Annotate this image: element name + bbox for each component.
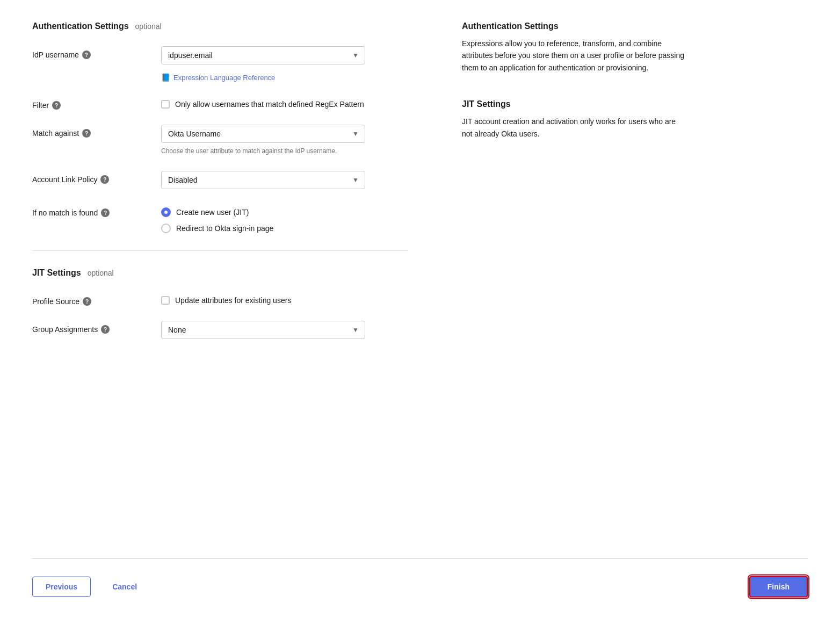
- right-panel: Authentication Settings Expressions allo…: [440, 21, 808, 537]
- profile-source-label: Profile Source ?: [32, 293, 161, 306]
- if-no-match-label: If no match is found ?: [32, 204, 161, 217]
- match-against-help-icon[interactable]: ?: [82, 129, 91, 138]
- account-link-policy-select[interactable]: DisabledAutomaticCallout: [161, 171, 365, 189]
- account-link-policy-field: DisabledAutomaticCallout ▼: [161, 171, 408, 189]
- profile-source-checkbox-label: Update attributes for existing users: [175, 296, 291, 305]
- radio-create-new-user-input[interactable]: [161, 207, 171, 217]
- radio-redirect-signin-label: Redirect to Okta sign-in page: [176, 224, 273, 233]
- group-assignments-field: NoneGroup AGroup B ▼: [161, 321, 408, 339]
- filter-row: Filter ? Only allow usernames that match…: [32, 97, 408, 110]
- filter-checkbox[interactable]: [161, 100, 170, 109]
- group-assignments-label: Group Assignments ?: [32, 321, 161, 334]
- match-against-hint: Choose the user attribute to match again…: [161, 146, 365, 156]
- profile-source-checkbox[interactable]: [161, 296, 170, 305]
- match-against-label: Match against ?: [32, 125, 161, 138]
- auth-info-text: Expressions allow you to reference, tran…: [462, 38, 687, 74]
- account-link-policy-help-icon[interactable]: ?: [100, 175, 109, 184]
- jit-section-title: JIT Settings: [32, 268, 81, 278]
- jit-info-text: JIT account creation and activation only…: [462, 116, 687, 140]
- cancel-button[interactable]: Cancel: [99, 577, 150, 597]
- idp-username-select[interactable]: idpuser.email: [161, 46, 365, 64]
- auth-settings-header: Authentication Settings optional: [32, 21, 408, 31]
- profile-source-checkbox-item[interactable]: Update attributes for existing users: [161, 293, 408, 305]
- idp-username-field: idpuser.email ▼ 📘 Expression Language Re…: [161, 46, 408, 82]
- idp-username-label: IdP username ?: [32, 46, 161, 59]
- auth-section-title: Authentication Settings: [32, 21, 129, 31]
- idp-username-help-icon[interactable]: ?: [82, 51, 91, 59]
- jit-info-section: JIT Settings JIT account creation and ac…: [462, 99, 808, 140]
- idp-username-select-wrapper: idpuser.email ▼: [161, 46, 365, 64]
- account-link-policy-label: Account Link Policy ?: [32, 171, 161, 184]
- if-no-match-radio-group: Create new user (JIT) Redirect to Okta s…: [161, 204, 408, 233]
- jit-info-title: JIT Settings: [462, 99, 808, 109]
- filter-checkbox-label: Only allow usernames that match defined …: [175, 100, 364, 109]
- section-divider: [32, 250, 408, 251]
- filter-field: Only allow usernames that match defined …: [161, 97, 408, 109]
- footer-left: Previous Cancel: [32, 577, 150, 597]
- radio-create-new-user-label: Create new user (JIT): [176, 208, 249, 217]
- group-assignments-select-wrapper: NoneGroup AGroup B ▼: [161, 321, 365, 339]
- profile-source-field: Update attributes for existing users: [161, 293, 408, 305]
- auth-section-optional: optional: [135, 22, 162, 31]
- auth-info-title: Authentication Settings: [462, 21, 808, 31]
- radio-create-new-user[interactable]: Create new user (JIT): [161, 207, 408, 217]
- match-against-select[interactable]: Okta UsernameOkta EmailCustom Attribute: [161, 125, 365, 143]
- left-panel: Authentication Settings optional IdP use…: [32, 21, 440, 537]
- group-assignments-help-icon[interactable]: ?: [101, 325, 110, 334]
- match-against-row: Match against ? Okta UsernameOkta EmailC…: [32, 125, 408, 156]
- filter-help-icon[interactable]: ?: [52, 101, 61, 110]
- profile-source-help-icon[interactable]: ?: [83, 297, 91, 306]
- profile-source-row: Profile Source ? Update attributes for e…: [32, 293, 408, 306]
- if-no-match-help-icon[interactable]: ?: [101, 208, 110, 217]
- jit-settings-header: JIT Settings optional: [32, 268, 408, 278]
- jit-section-optional: optional: [88, 269, 114, 277]
- main-content: Authentication Settings optional IdP use…: [32, 21, 808, 537]
- account-link-policy-select-wrapper: DisabledAutomaticCallout ▼: [161, 171, 365, 189]
- book-icon: 📘: [161, 73, 170, 82]
- radio-redirect-signin[interactable]: Redirect to Okta sign-in page: [161, 224, 408, 233]
- filter-checkbox-item[interactable]: Only allow usernames that match defined …: [161, 97, 408, 109]
- page-container: Authentication Settings optional IdP use…: [0, 0, 840, 619]
- match-against-field: Okta UsernameOkta EmailCustom Attribute …: [161, 125, 408, 156]
- radio-redirect-signin-input[interactable]: [161, 224, 171, 233]
- idp-username-row: IdP username ? idpuser.email ▼ 📘 Express…: [32, 46, 408, 82]
- filter-label: Filter ?: [32, 97, 161, 110]
- match-against-select-wrapper: Okta UsernameOkta EmailCustom Attribute …: [161, 125, 365, 143]
- expression-language-link[interactable]: 📘 Expression Language Reference: [161, 73, 275, 82]
- group-assignments-select[interactable]: NoneGroup AGroup B: [161, 321, 365, 339]
- account-link-policy-row: Account Link Policy ? DisabledAutomaticC…: [32, 171, 408, 189]
- finish-button[interactable]: Finish: [749, 576, 808, 598]
- previous-button[interactable]: Previous: [32, 577, 91, 597]
- auth-info-section: Authentication Settings Expressions allo…: [462, 21, 808, 74]
- if-no-match-field: Create new user (JIT) Redirect to Okta s…: [161, 204, 408, 233]
- footer: Previous Cancel Finish: [32, 558, 808, 598]
- group-assignments-row: Group Assignments ? NoneGroup AGroup B ▼: [32, 321, 408, 339]
- if-no-match-row: If no match is found ? Create new user (…: [32, 204, 408, 233]
